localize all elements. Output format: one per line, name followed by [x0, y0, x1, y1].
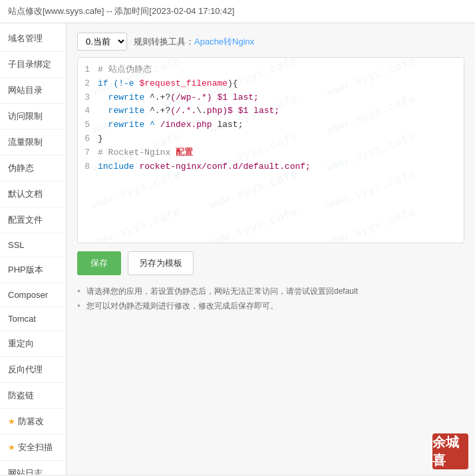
code-line: 5 rewrite ^ /index.php last;	[78, 118, 464, 132]
sidebar-item-traffic[interactable]: 流量限制	[0, 130, 66, 156]
code-line: 1# 站点伪静态	[78, 63, 464, 77]
top-bar: 站点修改[www.syys.cafe] -- 添加时间[2023-02-04 1…	[0, 0, 475, 23]
star-icon: ★	[8, 417, 15, 426]
sidebar-item-defaultdoc[interactable]: 默认文档	[0, 181, 66, 207]
sidebar-item-label: 域名管理	[8, 33, 43, 45]
tips-list: 请选择您的应用，若设置伪静态后，网站无法正常访问，请尝试设置回default您可…	[77, 285, 464, 313]
line-content: }	[98, 132, 103, 146]
logo-badge: 余城喜	[432, 433, 468, 469]
line-content: # Rocket-Nginx 配置	[98, 146, 193, 160]
code-line: 2if (!-e $request_filename){	[78, 77, 464, 91]
rule-select[interactable]: 0.当前	[77, 33, 127, 51]
code-line: 4 rewrite ^.+?(/.*.\.php)$ $1 last;	[78, 104, 464, 118]
line-content: # 站点伪静态	[98, 63, 152, 77]
line-content: if (!-e $request_filename){	[98, 77, 238, 91]
sidebar: 域名管理子目录绑定网站目录访问限制流量限制伪静态默认文档配置文件SSLPHP版本…	[0, 23, 67, 475]
toolbar: 0.当前 规则转换工具：Apache转Nginx	[77, 33, 464, 51]
line-content: include rocket-nginx/conf.d/default.conf…	[98, 160, 311, 174]
line-content: rewrite ^.+?(/.*.\.php)$ $1 last;	[98, 104, 279, 118]
sidebar-item-access[interactable]: 访问限制	[0, 104, 66, 130]
sidebar-item-sitelog[interactable]: 网站日志	[0, 461, 66, 475]
sidebar-item-ssl[interactable]: SSL	[0, 233, 66, 257]
sidebar-item-label: Tomcat	[8, 314, 36, 324]
sidebar-item-label: 重定向	[8, 338, 34, 350]
sidebar-item-redirect[interactable]: 重定向	[0, 331, 66, 357]
save-button[interactable]: 保存	[77, 251, 121, 275]
page-title: 站点修改[www.syys.cafe] -- 添加时间[2023-02-04 1…	[8, 6, 234, 16]
sidebar-item-composer[interactable]: Composer	[0, 283, 66, 307]
sidebar-item-securescan[interactable]: ★安全扫描	[0, 435, 66, 461]
line-number: 5	[83, 118, 98, 132]
line-number: 3	[83, 91, 98, 105]
code-editor[interactable]: www.syys.cafewww.syys.cafewww.syys.cafew…	[77, 57, 464, 243]
line-number: 7	[83, 146, 98, 160]
sidebar-item-label: 防盗链	[8, 390, 34, 402]
sidebar-item-label: SSL	[8, 240, 25, 250]
sidebar-item-label: 流量限制	[8, 136, 43, 148]
main-content: 0.当前 规则转换工具：Apache转Nginx www.syys.cafeww…	[67, 23, 475, 475]
sidebar-item-domain[interactable]: 域名管理	[0, 26, 66, 52]
action-bar: 保存 另存为模板	[77, 251, 464, 275]
sidebar-item-label: 防篡改	[18, 416, 44, 427]
apache-nginx-link[interactable]: Apache转Nginx	[194, 37, 254, 47]
sidebar-item-label: 网站目录	[8, 84, 43, 96]
sidebar-item-hotlink[interactable]: 防盗链	[0, 383, 66, 409]
tip-item: 请选择您的应用，若设置伪静态后，网站无法正常访问，请尝试设置回default	[77, 285, 464, 299]
sidebar-item-pseudostatic[interactable]: 伪静态	[0, 156, 66, 181]
line-number: 2	[83, 77, 98, 91]
save-template-button[interactable]: 另存为模板	[128, 251, 194, 275]
tip-item: 您可以对伪静态规则进行修改，修改完成后保存即可。	[77, 299, 464, 314]
sidebar-item-label: 反向代理	[8, 364, 43, 376]
line-number: 6	[83, 132, 98, 146]
sidebar-item-label: 伪静态	[8, 162, 34, 174]
line-number: 1	[83, 63, 98, 77]
sidebar-item-phpver[interactable]: PHP版本	[0, 257, 66, 283]
tool-label: 规则转换工具：Apache转Nginx	[134, 36, 254, 48]
sidebar-item-revproxy[interactable]: 反向代理	[0, 357, 66, 383]
sidebar-item-label: 网站日志	[8, 467, 43, 475]
sidebar-item-label: 访问限制	[8, 110, 43, 122]
sidebar-item-label: 默认文档	[8, 188, 43, 200]
sidebar-item-tamper[interactable]: ★防篡改	[0, 409, 66, 435]
line-number: 8	[83, 160, 98, 174]
code-line: 6}	[78, 132, 464, 146]
sidebar-item-tomcat[interactable]: Tomcat	[0, 307, 66, 331]
line-number: 4	[83, 104, 98, 118]
code-line: 7# Rocket-Nginx 配置	[78, 146, 464, 160]
line-content: rewrite ^.+?(/wp-.*) $1 last;	[98, 91, 259, 105]
sidebar-item-config[interactable]: 配置文件	[0, 207, 66, 233]
code-line: 3 rewrite ^.+?(/wp-.*) $1 last;	[78, 91, 464, 105]
code-line: 8include rocket-nginx/conf.d/default.con…	[78, 160, 464, 174]
sidebar-item-label: PHP版本	[8, 264, 43, 276]
sidebar-item-subdir[interactable]: 子目录绑定	[0, 52, 66, 78]
line-content: rewrite ^ /index.php last;	[98, 118, 243, 132]
sidebar-item-webdir[interactable]: 网站目录	[0, 78, 66, 104]
star-icon: ★	[8, 443, 15, 452]
sidebar-item-label: Composer	[8, 290, 48, 300]
sidebar-item-label: 安全扫描	[18, 441, 53, 453]
sidebar-item-label: 子目录绑定	[8, 59, 51, 70]
sidebar-item-label: 配置文件	[8, 214, 43, 226]
